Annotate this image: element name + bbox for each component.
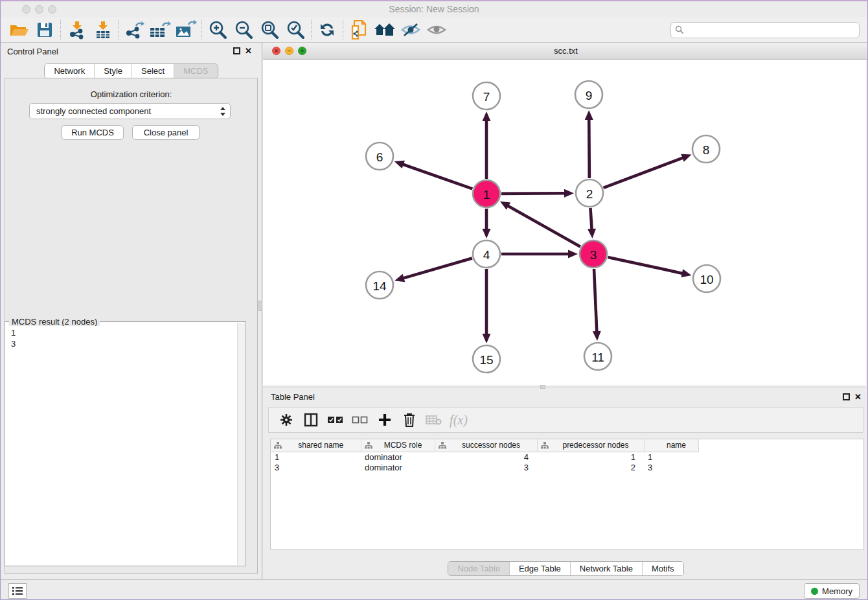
- mcds-result-text[interactable]: 1 3: [6, 326, 237, 565]
- table-toolbar: f(x): [268, 407, 863, 433]
- network-canvas[interactable]: 7968124314101511: [263, 60, 866, 386]
- float-panel-icon[interactable]: [233, 47, 240, 54]
- column-header-predecessor-nodes[interactable]: predecessor nodes: [537, 439, 644, 452]
- zoom-in-icon[interactable]: [205, 19, 231, 41]
- column-header-shared-name[interactable]: shared name: [271, 439, 361, 452]
- graph-node-4[interactable]: 4: [473, 240, 500, 268]
- cell-shared-name[interactable]: 3: [271, 462, 361, 472]
- export-network-icon[interactable]: [121, 19, 147, 41]
- column-label: name: [667, 441, 686, 450]
- graph-node-2[interactable]: 2: [576, 179, 603, 207]
- cell-predecessor-nodes[interactable]: 1: [537, 452, 644, 462]
- table-close-panel-icon[interactable]: ✕: [854, 392, 862, 402]
- tab-motifs[interactable]: Motifs: [642, 562, 683, 575]
- cell-predecessor-nodes[interactable]: 2: [537, 462, 644, 472]
- close-panel-button[interactable]: Close panel: [132, 125, 200, 140]
- zoom-fit-icon[interactable]: [257, 19, 282, 41]
- save-session-icon[interactable]: [32, 19, 58, 41]
- cell-name[interactable]: 3: [644, 462, 698, 472]
- select-all-checkboxes-icon[interactable]: [323, 409, 348, 431]
- memory-status-dot: [811, 588, 818, 595]
- node-table-grid[interactable]: shared nameMCDS rolesuccessor nodesprede…: [271, 439, 699, 472]
- close-panel-icon[interactable]: ✕: [245, 46, 252, 56]
- delete-row-trash-icon[interactable]: [397, 409, 422, 431]
- graph-edge-4-3[interactable]: [501, 250, 578, 259]
- optimization-criterion-dropdown[interactable]: strongly connected component: [29, 103, 231, 119]
- cell-successor-nodes[interactable]: 4: [435, 452, 537, 462]
- tab-node-table[interactable]: Node Table: [448, 562, 509, 575]
- graph-edge-1-4[interactable]: [483, 209, 491, 238]
- table-panel-header: Table Panel ✕: [263, 389, 868, 405]
- result-scrollbar[interactable]: [237, 323, 245, 565]
- add-row-icon[interactable]: [372, 409, 397, 431]
- run-mcds-button[interactable]: Run MCDS: [62, 125, 124, 140]
- show-all-eye-icon[interactable]: [424, 19, 450, 41]
- graph-edge-2-8[interactable]: [604, 154, 692, 188]
- svg-text:8: 8: [703, 143, 710, 157]
- tab-mcds[interactable]: MCDS: [174, 64, 217, 78]
- graph-edge-3-10[interactable]: [608, 257, 691, 277]
- cell-successor-nodes[interactable]: 3: [435, 462, 537, 472]
- table-row-1[interactable]: 1dominator411: [271, 452, 698, 462]
- graph-edge-4-14[interactable]: [394, 258, 472, 282]
- graph-edge-2-9[interactable]: [585, 110, 593, 178]
- mcds-result-title: MCDS result (2 nodes): [9, 317, 100, 327]
- graph-edge-4-15[interactable]: [483, 269, 491, 343]
- network-file-icon[interactable]: [346, 19, 372, 41]
- vertical-splitter-handle[interactable]: [258, 301, 262, 311]
- cell-shared-name[interactable]: 1: [271, 452, 361, 462]
- tab-edge-table[interactable]: Edge Table: [509, 562, 570, 575]
- graph-node-9[interactable]: 9: [575, 81, 602, 108]
- graph-edge-1-7[interactable]: [483, 111, 491, 179]
- graph-node-7[interactable]: 7: [473, 82, 500, 110]
- svg-text:9: 9: [586, 89, 593, 102]
- home-icon[interactable]: [372, 19, 398, 41]
- tab-network[interactable]: Network: [45, 64, 94, 78]
- graph-edge-1-2[interactable]: [501, 189, 574, 198]
- graph-edge-3-1[interactable]: [500, 202, 580, 247]
- task-history-button[interactable]: [8, 583, 27, 599]
- zoom-out-icon[interactable]: [231, 19, 257, 41]
- graph-edge-2-3[interactable]: [588, 208, 596, 238]
- refresh-network-icon[interactable]: [314, 19, 340, 41]
- export-image-icon[interactable]: [173, 19, 199, 41]
- column-visibility-icon[interactable]: [299, 409, 323, 431]
- cell-MCDS-role[interactable]: dominator: [361, 462, 435, 472]
- table-float-panel-icon[interactable]: [843, 393, 850, 400]
- cell-name[interactable]: 1: [644, 452, 698, 462]
- deselect-all-checkboxes-icon[interactable]: [348, 409, 372, 431]
- graph-node-15[interactable]: 15: [473, 345, 500, 373]
- zoom-selected-icon[interactable]: [282, 19, 308, 41]
- settings-gear-icon[interactable]: [274, 409, 299, 431]
- import-network-icon[interactable]: [63, 19, 89, 41]
- graph-node-6[interactable]: 6: [366, 143, 393, 170]
- hide-selected-eye-icon[interactable]: [398, 19, 424, 41]
- graph-edge-1-6[interactable]: [394, 161, 473, 189]
- toolbar-separator: [118, 20, 119, 40]
- task-list-icon: [12, 586, 23, 595]
- column-header-name[interactable]: name: [644, 439, 698, 452]
- cell-MCDS-role[interactable]: dominator: [361, 452, 435, 462]
- graph-node-10[interactable]: 10: [693, 265, 720, 292]
- graph-node-3[interactable]: 3: [580, 240, 607, 268]
- tab-select[interactable]: Select: [131, 64, 174, 78]
- column-header-successor-nodes[interactable]: successor nodes: [435, 439, 537, 452]
- graph-node-1[interactable]: 1: [473, 180, 500, 207]
- horizontal-splitter-handle[interactable]: [540, 385, 545, 389]
- column-header-MCDS-role[interactable]: MCDS role: [361, 439, 435, 452]
- table-row-2[interactable]: 3dominator323: [271, 462, 698, 472]
- import-table-icon[interactable]: [89, 19, 115, 41]
- export-table-icon[interactable]: [147, 19, 173, 41]
- graph-node-8[interactable]: 8: [692, 135, 720, 163]
- node-table: shared nameMCDS rolesuccessor nodesprede…: [270, 439, 864, 549]
- tab-network-table[interactable]: Network Table: [570, 562, 642, 575]
- graph-node-14[interactable]: 14: [366, 271, 393, 299]
- memory-button[interactable]: Memory: [804, 583, 860, 599]
- open-session-icon[interactable]: [6, 19, 32, 41]
- tab-style[interactable]: Style: [94, 64, 131, 78]
- graph-node-11[interactable]: 11: [584, 343, 611, 370]
- search-input[interactable]: [670, 22, 860, 38]
- graph-edge-3-11[interactable]: [593, 269, 601, 341]
- horizontal-splitter[interactable]: [263, 386, 866, 388]
- network-window-titlebar: × − + scc.txt: [263, 43, 868, 60]
